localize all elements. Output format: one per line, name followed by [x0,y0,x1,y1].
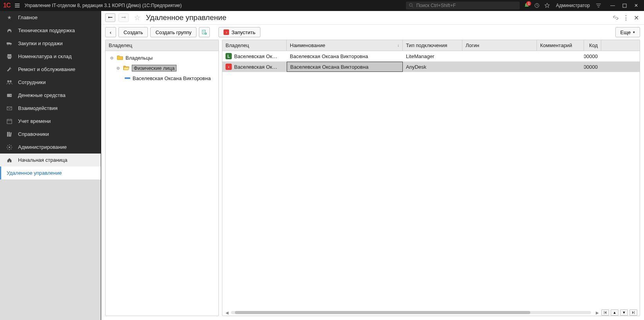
minimize-button[interactable]: — [608,2,617,9]
sidebar-item-label: Взаимодействия [18,105,58,111]
link-icon[interactable] [612,14,620,22]
page-title: Удаленное управление [146,13,226,22]
col-type[interactable]: Тип подключения [403,40,462,51]
sidebar-item-sales[interactable]: Закупки и продажи [0,37,101,50]
cell-name: Васелевская Оксана Викторовна [287,51,403,61]
favorite-star-icon[interactable]: ☆ [134,13,140,22]
cell-code: 00000 [584,51,601,61]
nav-back-button[interactable]: 🠔 [105,13,115,22]
cell-owner: LВаселевская Ок… [222,51,287,61]
goto-down-button[interactable]: ▼ [620,309,628,316]
goto-start-button[interactable] [601,309,609,316]
svg-point-0 [409,4,413,7]
sidebar-item-money[interactable]: Денежные средства [0,89,101,102]
sidebar-item-label: Денежные средства [18,92,65,98]
run-button[interactable]: › Запустить [218,27,260,37]
svg-point-18 [9,146,10,148]
cell-name: Васелевская Оксана Викторовна [287,62,403,72]
anydesk-icon: › [226,64,232,70]
anydesk-run-icon: › [224,29,229,35]
svg-rect-8 [8,57,11,59]
sidebar-item-catalogs[interactable]: Справочники [0,128,101,141]
sidebar-item-stock[interactable]: Номенклатура и склад [0,50,101,63]
svg-rect-3 [7,42,10,44]
home-label: Начальная страница [18,157,67,163]
connections-table: Владелец Наименование↓ Тип подключения Л… [222,40,640,309]
cell-owner: ›Васелевская Ок… [222,62,287,72]
svg-rect-2 [623,4,626,7]
cell-comment [537,62,584,72]
litemanager-icon: L [226,53,232,59]
svg-rect-12 [10,95,11,96]
notification-badge: 1 [526,1,531,6]
users-icon [5,79,13,86]
folder-icon [117,55,123,60]
table-footer: ◀ ▶ ▲ ▼ [222,309,640,316]
horizontal-scrollbar[interactable] [231,311,591,314]
nav-forward-button[interactable]: 🠖 [118,13,129,22]
sidebar-item-support[interactable]: Техническая поддержка [0,24,101,37]
home-icon [5,157,13,163]
close-button[interactable]: ✕ [631,2,641,9]
app-title: Управление IT-отделом 8, редакция 3.1 КО… [24,3,182,8]
sidebar-item-admin[interactable]: Администрирование [0,141,101,154]
col-owner[interactable]: Владелец [222,40,287,51]
menu-icon[interactable] [14,3,20,8]
col-comment[interactable]: Комментарий [537,40,584,51]
goto-end-button[interactable] [629,309,637,316]
sidebar-item-label: Справочники [18,131,49,137]
leaf-icon [125,77,130,79]
mail-icon [5,105,13,112]
tab-label: Удаленное управление [7,170,62,176]
titlebar: 1С Управление IT-отделом 8, редакция 3.1… [0,0,644,11]
more-button[interactable]: Еще▾ [615,27,640,37]
sidebar-item-main[interactable]: ★ Главное [0,11,101,24]
remote-control-tab[interactable]: Удаленное управление [0,166,101,179]
sidebar-item-interactions[interactable]: Взаимодействия [0,102,101,115]
gear-icon [5,144,13,150]
table-row[interactable]: ›Васелевская Ок… Васелевская Оксана Викт… [222,62,640,72]
star-icon[interactable] [544,3,550,8]
create-button[interactable]: Создать [118,27,148,37]
truck-icon [5,40,13,47]
sidebar-item-label: Ремонт и обслуживание [18,66,75,72]
scroll-left-icon[interactable]: ◀ [225,310,229,315]
search-placeholder: Поиск Ctrl+Shift+F [416,3,456,8]
user-label[interactable]: Администратор [556,3,590,8]
collapse-icon[interactable]: ⊖ [115,65,121,71]
svg-point-10 [10,80,12,82]
col-code[interactable]: Код [584,40,601,51]
settings-lines-icon[interactable] [595,3,602,8]
tree-root[interactable]: ⊖ Владельцы [107,53,217,63]
up-level-button[interactable]: ‹ [105,27,116,37]
sidebar-item-employees[interactable]: Сотрудники [0,76,101,89]
col-name[interactable]: Наименование↓ [287,40,403,51]
home-page-tab[interactable]: Начальная страница [0,154,101,166]
kebab-menu-icon[interactable]: ⋮ [622,14,630,22]
svg-rect-15 [7,132,8,137]
wrench-icon [5,66,13,73]
create-group-button[interactable]: Создать группу [150,27,196,37]
search-input[interactable]: Поиск Ctrl+Shift+F [406,2,520,9]
tree-person[interactable]: Васелевская Оксана Викторовна [107,73,217,83]
create-copy-button[interactable] [199,27,210,37]
svg-point-4 [7,44,9,45]
sidebar-item-repair[interactable]: Ремонт и обслуживание [0,63,101,76]
tree-label: Физические лица [132,65,176,71]
goto-up-button[interactable]: ▲ [611,309,619,316]
col-login[interactable]: Логин [462,40,537,51]
history-icon[interactable] [534,3,540,8]
notifications-button[interactable]: 1 [524,2,530,9]
sidebar-item-label: Сотрудники [18,79,45,85]
scroll-right-icon[interactable]: ▶ [595,310,600,315]
content-area: 🠔 🠖 ☆ Удаленное управление ⋮ ✕ ‹ Создать… [101,11,644,320]
collapse-icon[interactable]: ⊖ [109,55,115,60]
close-tab-icon[interactable]: ✕ [632,14,640,22]
tree-group[interactable]: ⊖ Физические лица [107,63,217,73]
table-row[interactable]: LВаселевская Ок… Васелевская Оксана Викт… [222,51,640,62]
sidebar-item-timesheet[interactable]: Учет времени [0,115,101,128]
connections-table-pane: Владелец Наименование↓ Тип подключения Л… [222,40,640,316]
maximize-button[interactable] [620,2,629,9]
svg-rect-16 [9,132,10,137]
headset-icon [5,27,13,34]
